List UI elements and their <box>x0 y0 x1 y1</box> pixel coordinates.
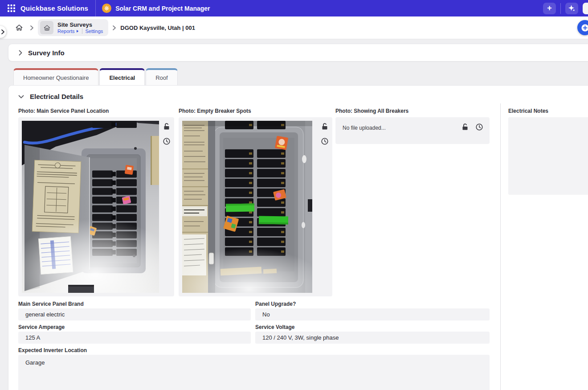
field-value: general electric <box>18 308 251 320</box>
settings-link[interactable]: Settings <box>86 29 103 34</box>
table-name: Site Surveys <box>57 22 103 28</box>
tab-homeowner-questionaire[interactable]: Homeowner Questionaire <box>13 68 98 86</box>
empty-breakers-photo-thumbnail[interactable] <box>182 121 312 295</box>
field-label: Main Service Panel Brand <box>18 301 251 307</box>
photo-all-breakers-field: No file uploaded... <box>335 117 490 144</box>
app-gear-icon <box>102 4 111 13</box>
apps-grid-icon <box>8 4 15 12</box>
field-service-voltage: Service Voltage 120 / 240 V, 3W, single … <box>255 324 490 344</box>
plus-circle-icon <box>580 23 588 33</box>
navbar-actions: + <box>543 0 588 16</box>
field-value: Garage <box>18 355 490 390</box>
sparkle-icon <box>568 4 576 12</box>
history-button[interactable] <box>162 137 171 146</box>
breadcrumb: Site Surveys Reports Settings DGOD Kaysv… <box>0 16 588 39</box>
company-name[interactable]: Quickbase Solutions <box>20 4 88 12</box>
field-label: Service Voltage <box>255 324 490 330</box>
electrical-tab-panel: Electrical Details Photo: Main Service P… <box>8 85 588 390</box>
column-divider <box>500 103 501 390</box>
field-service-amperage: Service Amperage 125 A <box>18 324 251 344</box>
table-house-icon <box>43 24 51 32</box>
electrical-notes-value <box>508 117 588 195</box>
main-panel-photo-thumbnail[interactable] <box>22 121 159 295</box>
profile-button[interactable] <box>583 3 588 14</box>
new-item-button[interactable]: + <box>543 3 556 14</box>
chevron-down-icon <box>18 95 24 99</box>
field-panel-upgrade: Panel Upgrade? No <box>255 301 490 320</box>
table-text: Site Surveys Reports Settings <box>57 22 103 34</box>
plus-icon: + <box>547 4 552 13</box>
section-title: Electrical Details <box>30 93 83 100</box>
photo-all-breakers-label: Photo: Showing All Breakers <box>335 108 408 114</box>
chevron-right-icon <box>19 50 22 56</box>
photo-main-panel-field <box>18 117 174 296</box>
navbar-divider <box>95 0 96 16</box>
survey-info-title: Survey Info <box>28 49 65 57</box>
field-value: 125 A <box>18 332 251 344</box>
navbar-actions-divider <box>560 3 561 14</box>
record-title: DGOD Kaysville, Utah | 001 <box>120 25 195 31</box>
unlock-icon <box>163 123 171 131</box>
unlock-icon <box>321 123 329 131</box>
field-label: Panel Upgrade? <box>255 301 490 307</box>
form-tabs: Homeowner Questionaire Electrical Roof <box>13 68 179 86</box>
breadcrumb-table-site-surveys[interactable]: Site Surveys Reports Settings <box>38 19 108 36</box>
tab-electrical[interactable]: Electrical <box>99 68 145 86</box>
unlock-button[interactable] <box>461 123 470 131</box>
quickbase-app-screen: Quickbase Solutions Solar CRM and Projec… <box>0 0 588 390</box>
unlock-button[interactable] <box>162 122 171 131</box>
clock-icon <box>475 123 483 131</box>
tab-roof[interactable]: Roof <box>146 68 177 86</box>
chevron-right-icon <box>30 25 33 30</box>
chevron-right-icon <box>113 25 116 30</box>
history-button[interactable] <box>475 123 484 131</box>
links-divider <box>82 29 82 34</box>
chevron-right-icon <box>1 29 4 34</box>
field-main-service-panel-brand: Main Service Panel Brand general electri… <box>18 301 251 320</box>
electrical-details-section-toggle[interactable]: Electrical Details <box>18 93 83 100</box>
reports-caret-icon <box>76 29 79 33</box>
history-button[interactable] <box>320 137 329 146</box>
home-icon <box>15 23 24 32</box>
no-file-text: No file uploaded... <box>343 125 386 131</box>
field-label: Expected Inverter Location <box>18 348 490 353</box>
clock-icon <box>321 137 329 145</box>
home-button[interactable] <box>12 21 26 34</box>
field-value: No <box>255 308 490 320</box>
field-value: 120 / 240 V, 3W, single phase <box>255 332 490 344</box>
photo-empty-breakers-label: Photo: Empty Breaker Spots <box>179 108 251 114</box>
field-label: Service Amperage <box>18 324 251 330</box>
ai-assistant-button[interactable] <box>565 3 578 14</box>
photo-main-panel-label: Photo: Main Service Panel Location <box>18 108 109 114</box>
electrical-notes-label: Electrical Notes <box>508 108 548 114</box>
unlock-button[interactable] <box>320 122 329 131</box>
table-tile <box>40 21 53 34</box>
unlock-icon <box>461 123 469 131</box>
photo-empty-breakers-field <box>179 117 332 296</box>
top-navbar: Quickbase Solutions Solar CRM and Projec… <box>0 0 588 16</box>
field-expected-inverter-location: Expected Inverter Location Garage <box>18 348 490 390</box>
apps-grid-button[interactable] <box>4 3 19 14</box>
clock-icon <box>163 137 171 145</box>
app-name: Solar CRM and Project Manager <box>115 5 210 12</box>
reports-link[interactable]: Reports <box>57 29 79 34</box>
app-home-link[interactable]: Solar CRM and Project Manager <box>102 4 210 13</box>
survey-info-section-toggle[interactable]: Survey Info <box>8 44 588 62</box>
